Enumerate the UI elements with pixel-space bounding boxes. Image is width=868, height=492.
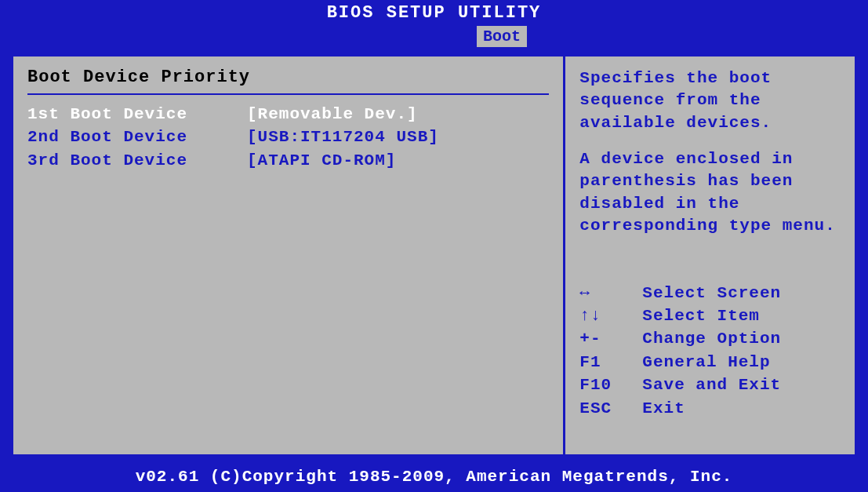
key-esc: ESC	[579, 397, 642, 420]
key-general-help: F1 General Help	[579, 351, 841, 374]
key-select-item: ↑↓ Select Item	[579, 304, 841, 327]
key-arrows-lr-icon: ↔	[579, 282, 642, 304]
key-f1: F1	[579, 351, 642, 374]
key-exit: ESC Exit	[579, 397, 841, 420]
boot-device-1-value: [Removable Dev.]	[247, 103, 418, 126]
key-action-exit: Exit	[642, 397, 685, 420]
help-text-1: Specifies the boot sequence from the ava…	[579, 67, 841, 134]
boot-device-3-value: [ATAPI CD-ROM]	[247, 149, 396, 172]
main-panel: Boot Device Priority 1st Boot Device [Re…	[11, 54, 565, 457]
help-text-2: A device enclosed in parenthesis has bee…	[579, 148, 841, 237]
key-hints: ↔ Select Screen ↑↓ Select Item +- Change…	[579, 282, 841, 420]
boot-device-3[interactable]: 3rd Boot Device [ATAPI CD-ROM]	[27, 149, 549, 172]
key-action-select-item: Select Item	[642, 304, 760, 327]
copyright-text: v02.61 (C)Copyright 1985-2009, American …	[136, 468, 733, 486]
key-change-option: +- Change Option	[579, 327, 841, 350]
content-area: Boot Device Priority 1st Boot Device [Re…	[11, 54, 857, 457]
boot-device-3-label: 3rd Boot Device	[27, 149, 247, 172]
boot-device-1-label: 1st Boot Device	[27, 103, 247, 126]
bios-title: BIOS SETUP UTILITY	[327, 3, 542, 23]
key-action-save-exit: Save and Exit	[642, 374, 781, 396]
bios-window: BIOS SETUP UTILITY Boot Boot Device Prio…	[0, 0, 868, 492]
key-select-screen: ↔ Select Screen	[579, 282, 841, 304]
boot-device-2-value: [USB:IT117204 USB]	[247, 126, 439, 148]
key-save-exit: F10 Save and Exit	[579, 374, 841, 396]
tab-boot[interactable]: Boot	[477, 26, 527, 47]
key-arrows-ud-icon: ↑↓	[579, 304, 642, 327]
section-title: Boot Device Priority	[27, 67, 549, 95]
key-action-change-option: Change Option	[642, 327, 781, 350]
tab-bar: Boot	[0, 26, 868, 48]
boot-device-2[interactable]: 2nd Boot Device [USB:IT117204 USB]	[27, 126, 549, 148]
key-action-select-screen: Select Screen	[642, 282, 781, 304]
footer-bar: v02.61 (C)Copyright 1985-2009, American …	[0, 463, 868, 492]
boot-device-1[interactable]: 1st Boot Device [Removable Dev.]	[27, 103, 549, 126]
help-panel: Specifies the boot sequence from the ava…	[565, 54, 857, 457]
key-plus-minus-icon: +-	[579, 327, 642, 350]
boot-device-2-label: 2nd Boot Device	[27, 126, 247, 148]
key-f10: F10	[579, 374, 642, 396]
title-bar: BIOS SETUP UTILITY	[0, 0, 868, 26]
key-action-general-help: General Help	[642, 351, 770, 374]
